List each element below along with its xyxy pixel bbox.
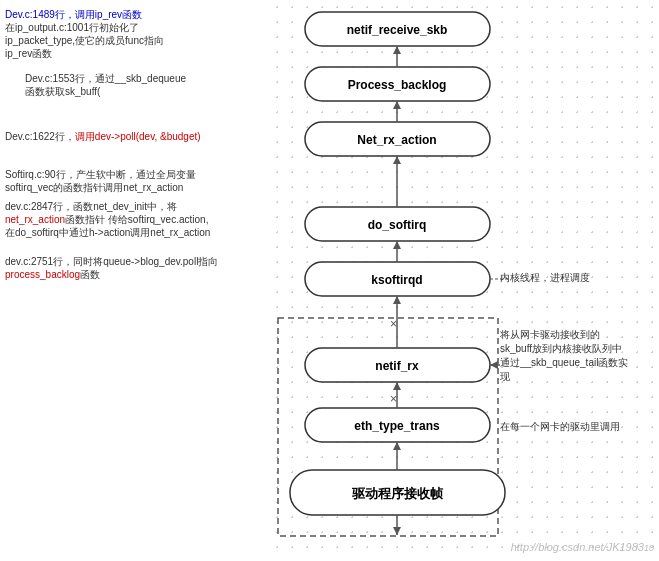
netif-rx-label: netif_rx: [375, 359, 419, 373]
net-rx-action-label: Net_rx_action: [357, 133, 436, 147]
watermark: http://blog.csdn.net/JK198310: [511, 541, 654, 553]
right-annotation-netif-rx: 将从网卡驱动接收到的 sk_buff放到内核接收队列中 通过__skb_queu…: [500, 328, 655, 384]
x-mark-2: ×: [390, 392, 397, 406]
x-mark-1: ×: [390, 317, 397, 331]
arrowhead-8: [393, 527, 401, 535]
arrowhead-4: [393, 241, 401, 249]
arrowhead-7: [393, 442, 401, 450]
right-annotation-ksoft: 内核线程，进程调度: [500, 271, 655, 285]
right-annotation-eth: 在每一个网卡的驱动里调用: [500, 420, 655, 434]
arrowhead-1: [393, 46, 401, 54]
ksoftirqd-label: ksoftirqd: [371, 273, 422, 287]
main-container: Dev.c:1489行，调用ip_rev函数 在ip_output.c:1001…: [0, 0, 659, 561]
arrowhead-5: [393, 296, 401, 304]
eth-type-trans-label: eth_type_trans: [354, 419, 440, 433]
netif-receive-skb-label: netif_receive_skb: [347, 23, 448, 37]
arrowhead-6: [393, 382, 401, 390]
arrowhead-2: [393, 101, 401, 109]
arrowhead-9: [490, 361, 498, 369]
arrowhead-3: [393, 156, 401, 164]
process-backlog-label: Process_backlog: [348, 78, 447, 92]
do-softirq-label: do_softirq: [368, 218, 427, 232]
driver-recv-label: 驱动程序接收帧: [351, 486, 444, 501]
